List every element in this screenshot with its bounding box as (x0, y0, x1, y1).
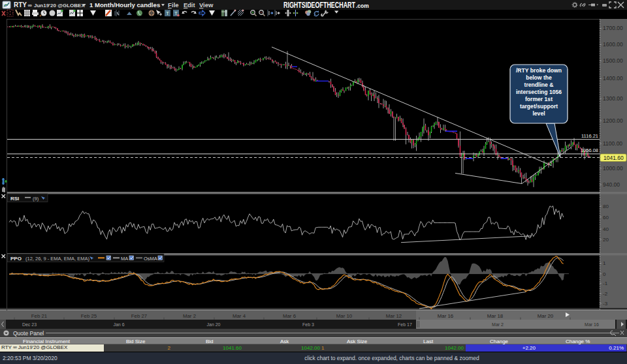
svg-text:Jan 20: Jan 20 (206, 322, 220, 327)
svg-text:T: T (166, 10, 169, 16)
svg-text:(12, 26, 9 - EMA, EMA, EMA): (12, 26, 9 - EMA, EMA, EMA) (25, 256, 89, 262)
svg-text:Mar 4: Mar 4 (233, 313, 246, 319)
svg-text:1300.00: 1300.00 (603, 95, 623, 102)
svg-text:/RTY broke down: /RTY broke down (516, 67, 562, 74)
svg-text:1041.60: 1041.60 (603, 155, 624, 161)
svg-text:1100.00: 1100.00 (603, 140, 622, 147)
svg-text:1400.00: 1400.00 (603, 75, 623, 82)
svg-text:Mar 16: Mar 16 (438, 313, 453, 319)
svg-text:level: level (532, 110, 545, 117)
svg-text:Feb 25: Feb 25 (81, 313, 97, 319)
svg-text:0: 0 (603, 271, 606, 277)
svg-text:Feb 27: Feb 27 (131, 313, 147, 319)
svg-text:target/support: target/support (520, 103, 558, 110)
svg-text:(9): (9) (33, 196, 39, 202)
svg-text:Mar 2: Mar 2 (492, 322, 504, 327)
svg-text:trendline &: trendline & (524, 82, 554, 88)
svg-text:-2: -2 (603, 291, 608, 297)
svg-text:1500.00: 1500.00 (603, 57, 623, 64)
svg-text:40: 40 (603, 226, 609, 232)
svg-text:Dec 23: Dec 23 (22, 322, 37, 327)
svg-text:Mar 2: Mar 2 (183, 313, 196, 319)
svg-text:80: 80 (603, 204, 609, 209)
svg-text:1200.00: 1200.00 (603, 117, 623, 124)
svg-text:20: 20 (603, 237, 609, 243)
svg-text:OsMA: OsMA (144, 256, 157, 262)
svg-text:Mar 12: Mar 12 (386, 313, 402, 319)
svg-text:Feb 3: Feb 3 (302, 322, 314, 327)
svg-text:Quote Panel: Quote Panel (13, 330, 44, 337)
svg-text:Feb 21: Feb 21 (31, 313, 47, 319)
svg-text:below the: below the (526, 74, 552, 81)
svg-text:1600.00: 1600.00 (603, 41, 623, 48)
svg-text:PPO: PPO (10, 256, 22, 262)
svg-text:intersecting 1056: intersecting 1056 (516, 89, 562, 95)
svg-text:Mar 16: Mar 16 (585, 322, 599, 327)
svg-text:RSI: RSI (10, 196, 19, 202)
svg-text:1056.08: 1056.08 (581, 147, 598, 153)
svg-text:Jan 6: Jan 6 (113, 322, 124, 327)
svg-text:1: 1 (603, 260, 606, 266)
svg-text:Mar 18: Mar 18 (487, 313, 503, 319)
svg-text:1000.00: 1000.00 (603, 165, 623, 172)
svg-text:1700.00: 1700.00 (603, 25, 623, 31)
svg-text:MA: MA (121, 256, 128, 262)
svg-text:Mar 20: Mar 20 (538, 313, 554, 319)
svg-text:940.00: 940.00 (603, 181, 620, 188)
svg-text:Mar 10: Mar 10 (336, 313, 353, 319)
svg-text:Feb 17: Feb 17 (398, 322, 412, 327)
svg-text:60: 60 (603, 215, 609, 220)
svg-text:Mar 6: Mar 6 (283, 313, 296, 319)
svg-text:-3: -3 (603, 301, 608, 307)
svg-text:former 1st: former 1st (525, 96, 553, 102)
svg-text:-1: -1 (603, 281, 608, 286)
svg-text:1116.21: 1116.21 (581, 133, 598, 139)
